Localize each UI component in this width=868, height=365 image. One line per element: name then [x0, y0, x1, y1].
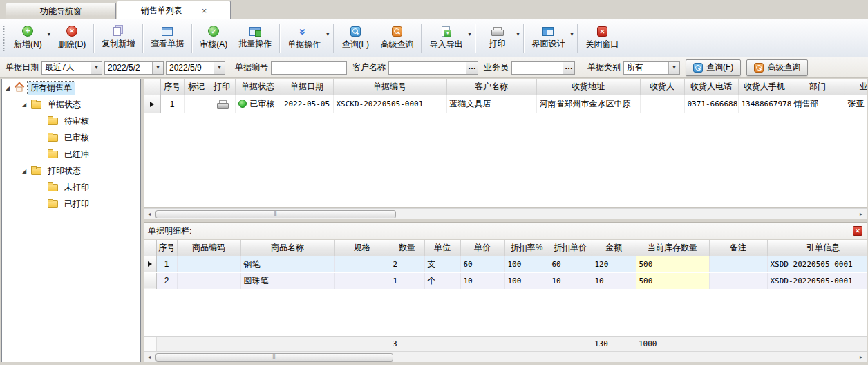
adv-query-button[interactable]: 高级查询 — [375, 21, 419, 55]
doc-ops-dropdown-icon[interactable] — [326, 31, 329, 37]
add-icon — [22, 26, 33, 37]
col-header[interactable]: 单据日期 — [281, 79, 333, 95]
scroll-right-icon[interactable]: ▸ — [856, 211, 867, 217]
tab-close-icon[interactable] — [202, 6, 207, 15]
chevron-down-icon[interactable] — [214, 62, 225, 74]
toolbar-separator — [523, 24, 524, 53]
col-header[interactable]: 引单信息 — [767, 240, 867, 256]
tab-sales-order-list[interactable]: 销售单列表 — [117, 1, 231, 19]
copy-new-button[interactable]: 复制新增 — [96, 21, 140, 55]
chevron-down-icon[interactable] — [668, 62, 679, 74]
query-button[interactable]: 查询(F) — [336, 21, 375, 55]
ellipsis-icon[interactable] — [563, 62, 574, 74]
view-doc-icon — [162, 27, 173, 36]
col-header[interactable]: 客户名称 — [446, 79, 536, 95]
chevron-down-icon[interactable] — [91, 62, 102, 74]
ui-design-button[interactable]: 界面设计 — [526, 21, 570, 55]
search-icon — [350, 26, 361, 37]
sales-order-grid: 序号 标记 打印 单据状态 单据日期 单据编号 客户名称 收货地址 收货人 收货… — [144, 79, 867, 208]
customer-label: 客户名称 — [352, 62, 386, 73]
row-indicator — [144, 256, 156, 272]
col-header[interactable]: 金额 — [592, 240, 636, 256]
doc-ops-button[interactable]: 单据操作 — [282, 21, 326, 55]
tree-item-doc-status[interactable]: 单据状态 — [2, 96, 140, 113]
print-dropdown-icon[interactable] — [516, 31, 519, 37]
main-grid-hscrollbar[interactable]: ◂ ▸ — [144, 208, 867, 219]
view-doc-button[interactable]: 查看单据 — [145, 21, 189, 55]
import-export-button[interactable]: 导入导出 — [424, 21, 468, 55]
docno-input[interactable] — [272, 62, 346, 73]
detail-grid: 序号 商品编码 商品名称 规格 数量 单位 单价 折扣率% 折扣单价 金额 当前… — [144, 240, 867, 336]
detail-grid-hscrollbar[interactable]: ◂ ▸ — [144, 351, 867, 362]
col-header[interactable]: 收货人电话 — [684, 79, 738, 95]
col-header[interactable]: 打印 — [209, 79, 235, 95]
col-header[interactable]: 收货人 — [640, 79, 684, 95]
scroll-right-icon[interactable]: ▸ — [856, 354, 867, 360]
tree-item-not-printed[interactable]: 未打印 — [2, 179, 140, 196]
col-header[interactable]: 单价 — [460, 240, 504, 256]
tree-item-reversed[interactable]: 已红冲 — [2, 146, 140, 162]
tree-expand-icon[interactable] — [22, 168, 30, 174]
tree-expand-icon[interactable] — [22, 102, 30, 108]
toolbar-separator — [421, 24, 422, 53]
scrollbar-thumb[interactable] — [155, 210, 396, 218]
toolbar-separator — [279, 24, 280, 53]
copy-icon — [113, 27, 121, 36]
ellipsis-icon[interactable] — [466, 62, 478, 74]
close-window-button[interactable]: 关闭窗口 — [580, 21, 624, 55]
filter-adv-query-button[interactable]: 高级查询 — [746, 59, 808, 76]
folder-icon — [31, 167, 41, 175]
batch-ops-button[interactable]: 批量操作 — [233, 21, 277, 55]
col-header[interactable]: 业务员 — [845, 79, 867, 95]
tree-item-print-status[interactable]: 打印状态 — [2, 162, 140, 179]
col-header[interactable]: 规格 — [334, 240, 390, 256]
tree-item-printed[interactable]: 已打印 — [2, 196, 140, 212]
col-header[interactable]: 单据编号 — [333, 79, 446, 95]
col-header[interactable]: 数量 — [390, 240, 424, 256]
col-header[interactable]: 单位 — [424, 240, 460, 256]
col-header[interactable]: 折扣单价 — [549, 240, 592, 256]
salesman-input[interactable] — [512, 62, 563, 73]
table-row[interactable]: 2 圆珠笔 1 个 10 100 10 10 500 XSDD-20220505… — [144, 272, 867, 289]
col-header[interactable]: 序号 — [156, 240, 177, 256]
col-header[interactable]: 备注 — [709, 240, 767, 256]
date-to-select[interactable]: 2022/5/9 — [166, 61, 225, 75]
col-header[interactable]: 单据状态 — [235, 79, 281, 95]
tree-item-all-sales-orders[interactable]: 所有销售单 — [2, 79, 140, 96]
col-header[interactable]: 部门 — [791, 79, 845, 95]
tree-item-audited[interactable]: 已审核 — [2, 129, 140, 146]
ui-design-dropdown-icon[interactable] — [570, 31, 573, 37]
col-header[interactable]: 收货地址 — [536, 79, 640, 95]
date-from-select[interactable]: 2022/5/2 — [104, 61, 164, 75]
audit-button[interactable]: 审核(A) — [194, 21, 233, 55]
col-header[interactable]: 收货人手机 — [738, 79, 791, 95]
col-header[interactable]: 折扣率% — [504, 240, 549, 256]
customer-input[interactable] — [389, 62, 466, 73]
import-export-dropdown-icon[interactable] — [468, 31, 471, 37]
toolbar-separator — [333, 24, 334, 53]
print-cell[interactable] — [209, 95, 235, 113]
table-row[interactable]: 1 已审核 2022-05-05 XSCKD-20220505-0001 蓝猫文… — [144, 95, 867, 113]
detail-panel-close-icon[interactable] — [853, 226, 862, 236]
tree-item-pending-audit[interactable]: 待审核 — [2, 113, 140, 129]
filter-query-button[interactable]: 查询(F) — [686, 59, 741, 76]
salesman-label: 业务员 — [484, 62, 509, 73]
scroll-left-icon[interactable]: ◂ — [144, 211, 155, 217]
add-button[interactable]: 新增(N) — [8, 21, 48, 55]
col-header[interactable]: 标记 — [184, 79, 209, 95]
delete-button[interactable]: 删除(D) — [53, 21, 92, 55]
tab-nav-window[interactable]: 功能导航窗 — [6, 3, 116, 19]
col-header[interactable]: 序号 — [160, 79, 184, 95]
scrollbar-thumb[interactable] — [155, 353, 393, 362]
col-header[interactable]: 当前库存数量 — [636, 240, 709, 256]
add-dropdown-icon[interactable] — [48, 31, 50, 37]
print-button[interactable]: 打印 — [478, 21, 516, 55]
col-header[interactable]: 商品名称 — [240, 240, 334, 256]
chevron-down-icon[interactable] — [152, 62, 163, 74]
scroll-left-icon[interactable]: ◂ — [144, 354, 155, 360]
table-row[interactable]: 1 钢笔 2 支 60 100 60 120 500 XSDD-20220505… — [144, 256, 867, 272]
doctype-select[interactable]: 所有 — [623, 61, 680, 75]
col-header[interactable]: 商品编码 — [177, 240, 240, 256]
date-range-select[interactable]: 最近7天 — [41, 61, 102, 75]
tree-expand-icon[interactable] — [6, 85, 14, 91]
